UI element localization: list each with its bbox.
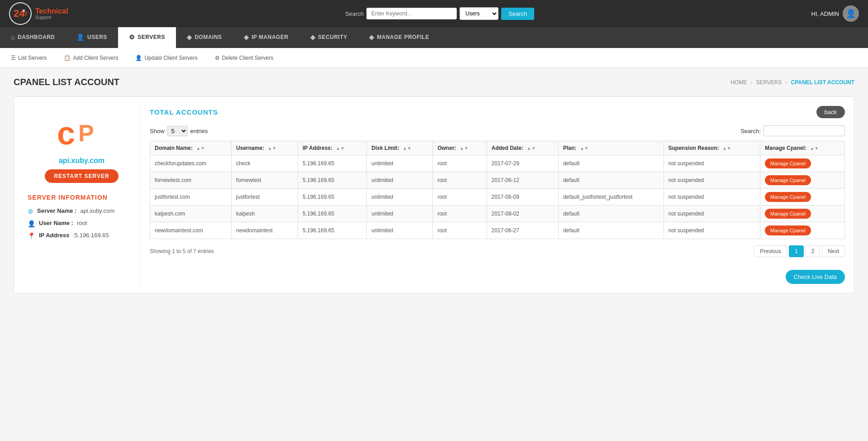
users-icon: 👤: [76, 34, 85, 41]
table-search-area: Search:: [740, 125, 845, 136]
manage-cpanel-button[interactable]: Manage Cpanel: [765, 158, 811, 168]
col-suspension[interactable]: Supension Reason: ▲▼: [664, 141, 760, 155]
manage-cpanel-button[interactable]: Manage Cpanel: [765, 175, 811, 185]
sort-plan-icon: ▲▼: [580, 146, 589, 151]
logo-icon: 24 x 7: [9, 2, 32, 25]
table-row: newdomaintest.com newdomaintest 5.196.16…: [150, 222, 845, 239]
table-row: kalpesh.com kalpesh 5.196.169.65 unlimit…: [150, 206, 845, 222]
table-search-label: Search:: [740, 128, 761, 134]
manage-cpanel-button[interactable]: Manage Cpanel: [765, 209, 811, 219]
col-owner[interactable]: Owner: ▲▼: [433, 141, 487, 155]
server-info-title: SERVER INFORMATION: [28, 194, 108, 201]
next-button[interactable]: Next: [822, 245, 845, 257]
cpanel-accounts-table: Domain Name: ▲▼ Username: ▲▼ IP Address:…: [150, 141, 845, 239]
page-title: CPANEL LIST ACCOUNT: [14, 77, 119, 87]
avatar: 👤: [843, 5, 859, 22]
col-username[interactable]: Username: ▲▼: [232, 141, 298, 155]
col-disk[interactable]: Disk Limit: ▲▼: [367, 141, 433, 155]
dashboard-icon: ⌂: [11, 34, 15, 41]
ip-icon: ◈: [244, 34, 249, 41]
show-entries: Show 5 10 25 50 entries: [150, 126, 208, 136]
manage-profile-icon: ◈: [369, 34, 375, 41]
sort-username-icon: ▲▼: [267, 146, 276, 151]
search-button[interactable]: Search: [501, 8, 534, 20]
breadcrumb-current: CPANEL LIST ACCOUNT: [791, 79, 854, 86]
username-row: 👤 User Name : root: [28, 220, 136, 227]
entries-label: entries: [190, 128, 208, 134]
show-label: Show: [150, 128, 165, 134]
left-panel: c P api.xuby.com RESTART SERVER SERVER I…: [23, 106, 141, 284]
main-nav: ⌂ DASHBOARD 👤 USERS ⚙ SERVERS ◈ DOMAINS …: [0, 27, 868, 48]
servers-icon: ⚙: [129, 34, 135, 41]
page-2-button[interactable]: 2: [806, 245, 821, 257]
svg-text:c: c: [57, 115, 75, 151]
subnav-add-client-servers[interactable]: 📋 Add Client Servers: [62, 55, 120, 61]
ip-row: 📍 IP Address :5.196.169.65: [28, 232, 136, 240]
user-info-icon: 👤: [28, 220, 35, 227]
delete-client-icon: ⚙: [215, 55, 220, 61]
sort-disk-icon: ▲▼: [403, 146, 412, 151]
nav-item-manage-profile[interactable]: ◈ MANAGE PROFILE: [358, 27, 440, 48]
breadcrumb-servers[interactable]: SERVERS: [756, 79, 782, 86]
pagination-area: Showing 1 to 5 of 7 entries Previous 1 2…: [150, 245, 845, 257]
server-name-value: api.xuby.com: [80, 207, 114, 214]
right-panel-header: TOTAL ACCOUNTS back: [150, 106, 845, 118]
previous-button[interactable]: Previous: [754, 245, 787, 257]
nav-item-domains[interactable]: ◈ DOMAINS: [176, 27, 233, 48]
page-header: CPANEL LIST ACCOUNT HOME › SERVERS › CPA…: [14, 77, 854, 87]
breadcrumb-home[interactable]: HOME: [730, 79, 747, 86]
security-icon: ◈: [310, 34, 316, 41]
col-manage[interactable]: Manage Cpanel: ▲▼: [760, 141, 845, 155]
table-controls: Show 5 10 25 50 entries Search:: [150, 125, 845, 136]
ip-value: :5.196.169.65: [73, 232, 109, 239]
total-accounts-title: TOTAL ACCOUNTS: [150, 108, 218, 116]
server-icon: ⚙: [28, 208, 33, 215]
svg-text:P: P: [78, 120, 94, 146]
nav-item-users[interactable]: 👤 USERS: [66, 27, 118, 48]
col-domain[interactable]: Domain Name: ▲▼: [150, 141, 232, 155]
header: 24 x 7 Technical Support Search Users Do…: [0, 0, 868, 27]
cpanel-logo: c P: [55, 115, 109, 151]
table-row: fornewtest.com fornewtest 5.196.169.65 u…: [150, 172, 845, 189]
restart-server-button[interactable]: RESTART SERVER: [45, 169, 118, 183]
sort-owner-icon: ▲▼: [460, 146, 469, 151]
nav-item-dashboard[interactable]: ⌂ DASHBOARD: [0, 27, 66, 48]
nav-item-servers[interactable]: ⚙ SERVERS: [118, 27, 176, 48]
check-live-data-button[interactable]: Check Live Data: [786, 270, 845, 284]
nav-item-security[interactable]: ◈ SECURITY: [299, 27, 358, 48]
table-row: checkforupdates.com check 5.196.169.65 u…: [150, 155, 845, 172]
username-value: root: [77, 220, 87, 226]
ip-info-icon: 📍: [28, 232, 35, 240]
back-button[interactable]: back: [816, 106, 845, 118]
subnav-update-client-servers[interactable]: 👤 Update Client Servers: [133, 55, 199, 61]
domains-icon: ◈: [187, 34, 192, 41]
sort-suspension-icon: ▲▼: [722, 146, 731, 151]
subnav-list-servers[interactable]: ☰ List Servers: [9, 55, 48, 61]
server-name: api.xuby.com: [59, 157, 104, 165]
subnav: ☰ List Servers 📋 Add Client Servers 👤 Up…: [0, 48, 868, 68]
col-date[interactable]: Added Date: ▲▼: [487, 141, 558, 155]
manage-cpanel-button[interactable]: Manage Cpanel: [765, 225, 811, 235]
search-type-select[interactable]: Users Domains Servers: [460, 7, 498, 20]
col-plan[interactable]: Plan: ▲▼: [558, 141, 664, 155]
list-servers-icon: ☰: [11, 55, 16, 61]
page-1-button[interactable]: 1: [789, 245, 804, 257]
showing-text: Showing 1 to 5 of 7 entries: [150, 248, 214, 254]
main-panel: c P api.xuby.com RESTART SERVER SERVER I…: [14, 96, 854, 293]
subnav-delete-client-servers[interactable]: ⚙ Delete Client Servers: [213, 55, 275, 61]
nav-item-ip-manager[interactable]: ◈ IP MANAGER: [233, 27, 299, 48]
sort-domain-icon: ▲▼: [196, 146, 205, 151]
logo-name: Technical: [35, 7, 68, 15]
search-area: Search Users Domains Servers Search: [345, 7, 534, 20]
col-ip[interactable]: IP Address: ▲▼: [298, 141, 366, 155]
manage-cpanel-button[interactable]: Manage Cpanel: [765, 192, 811, 202]
entries-select[interactable]: 5 10 25 50: [167, 126, 188, 136]
search-input[interactable]: [366, 8, 457, 19]
table-row: justfortest.com justfortest 5.196.169.65…: [150, 189, 845, 206]
user-greeting: HI, ADMIN: [811, 10, 839, 17]
server-name-row: ⚙ Server Name : api.xuby.com: [28, 207, 136, 215]
logo-subtext: Support: [35, 15, 68, 20]
update-client-icon: 👤: [135, 55, 142, 61]
table-search-input[interactable]: [764, 125, 845, 136]
search-label: Search: [345, 10, 364, 17]
